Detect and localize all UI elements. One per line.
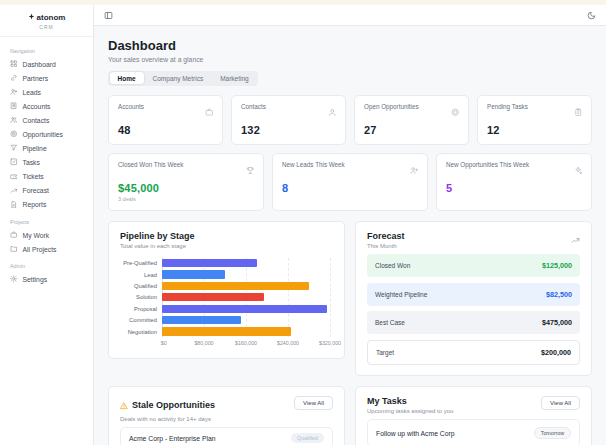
forecast-row-target: Target$200,000 <box>367 340 580 365</box>
stat-card-new-opportunities-week: New Opportunities This Week 5 <box>436 153 592 211</box>
gear-icon <box>10 275 18 284</box>
pipeline-bar-chart: Pre-Qualified Lead Qualified Solution Pr… <box>120 258 333 349</box>
sidebar-item-partners[interactable]: Partners <box>0 71 93 85</box>
sidebar-item-my-work[interactable]: My Work <box>0 228 93 242</box>
stat-value: 27 <box>364 124 459 136</box>
sidebar-item-contacts[interactable]: Contacts <box>0 113 93 127</box>
chart-x-axis: $0 $80,000 $160,000 $240,000 $320,000 <box>162 339 330 348</box>
tasks-title: My Tasks <box>367 396 453 406</box>
my-tasks-panel: My Tasks Upcoming tasks assigned to you … <box>355 386 592 445</box>
tab-home[interactable]: Home <box>110 72 144 84</box>
stat-subtext: 3 deals <box>118 196 254 202</box>
stat-card-closed-won-week: Closed Won This Week $45,000 3 deals <box>108 153 264 211</box>
page-title: Dashboard <box>108 38 592 53</box>
bar-pre-qualified[interactable] <box>162 259 257 267</box>
funnel-icon <box>10 144 18 153</box>
page-subtitle: Your sales overview at a glance <box>108 56 592 63</box>
stat-value: 132 <box>241 124 336 136</box>
sidebar-item-dashboard[interactable]: Dashboard <box>0 57 93 71</box>
check-square-icon <box>10 158 18 167</box>
sidebar-item-settings[interactable]: Settings <box>0 272 93 286</box>
partners-link-icon <box>10 74 18 83</box>
stat-card-open-opportunities: Open Opportunities 27 <box>354 95 469 145</box>
sidebar-item-tasks[interactable]: Tasks <box>0 156 93 170</box>
user-plus-icon <box>10 88 18 97</box>
dashboard-grid-icon <box>10 60 18 69</box>
user-icon <box>328 103 337 121</box>
building-icon <box>10 102 18 111</box>
ticket-icon <box>10 173 18 182</box>
trending-up-icon <box>10 187 18 196</box>
stale-opportunities-panel: Stale Opportunities Deals with no activi… <box>108 386 345 445</box>
theme-toggle-button[interactable] <box>587 6 596 24</box>
sidebar: atonom CRM Navigation Dashboard Partners… <box>0 5 94 445</box>
brand-spark-icon <box>28 13 35 22</box>
tasks-view-all-button[interactable]: View All <box>541 396 580 410</box>
stale-subtitle: Deals with no activity for 14+ days <box>120 416 215 422</box>
tasks-subtitle: Upcoming tasks assigned to you <box>367 408 453 414</box>
chart-title: Pipeline by Stage <box>120 231 333 241</box>
forecast-title: Forecast <box>367 231 405 241</box>
target-icon <box>10 130 18 139</box>
bar-qualified[interactable] <box>162 282 309 290</box>
briefcase-icon <box>205 103 214 121</box>
target-icon <box>451 103 460 121</box>
bar-solution[interactable] <box>162 293 264 301</box>
task-item[interactable]: Follow up with Acme CorpTomorrow <box>367 419 580 445</box>
forecast-row-weighted-pipeline: Weighted Pipeline$82,500 <box>367 283 580 306</box>
stale-item[interactable]: Acme Corp - Enterprise PlanAcme Corporat… <box>120 427 333 445</box>
dashboard-tabs: Home Company Metrics Marketing <box>108 71 258 86</box>
chart-subtitle: Total value in each stage <box>120 243 333 249</box>
app-window: atonom CRM Navigation Dashboard Partners… <box>0 0 606 445</box>
sparkles-icon <box>574 161 583 179</box>
stale-title: Stale Opportunities <box>132 400 215 410</box>
warning-triangle-icon <box>120 396 128 414</box>
sidebar-item-accounts[interactable]: Accounts <box>0 99 93 113</box>
stat-card-pending-tasks: Pending Tasks 12 <box>477 95 592 145</box>
stat-value: 12 <box>487 124 582 136</box>
stat-value: 48 <box>118 124 213 136</box>
user-plus-icon <box>410 161 419 179</box>
bar-lead[interactable] <box>162 270 225 278</box>
bar-committed[interactable] <box>162 316 241 324</box>
sidebar-section-navigation: Navigation <box>0 48 93 54</box>
stat-value: 5 <box>446 182 582 194</box>
users-icon <box>10 116 18 125</box>
folder-icon <box>10 245 18 254</box>
file-text-icon <box>10 201 18 210</box>
stat-value: 8 <box>282 182 418 194</box>
brand-logo: atonom CRM <box>0 5 93 37</box>
trending-up-icon <box>571 231 580 249</box>
sidebar-item-leads[interactable]: Leads <box>0 85 93 99</box>
forecast-row-closed-won: Closed Won$125,000 <box>367 254 580 277</box>
stat-card-contacts: Contacts 132 <box>231 95 346 145</box>
sidebar-item-tickets[interactable]: Tickets <box>0 170 93 184</box>
sidebar-item-pipeline[interactable]: Pipeline <box>0 142 93 156</box>
tab-company-metrics[interactable]: Company Metrics <box>145 72 212 84</box>
brand-name: atonom <box>37 13 66 22</box>
sidebar-item-reports[interactable]: Reports <box>0 198 93 212</box>
trophy-icon <box>246 161 255 179</box>
pipeline-by-stage-panel: Pipeline by Stage Total value in each st… <box>108 221 345 360</box>
forecast-panel: Forecast This Month Closed Won$125,000 W… <box>355 221 592 376</box>
brand-product: CRM <box>4 24 89 30</box>
bar-proposal[interactable] <box>162 305 327 313</box>
stat-value: $45,000 <box>118 182 254 194</box>
sidebar-item-forecast[interactable]: Forecast <box>0 184 93 198</box>
sidebar-toggle-button[interactable] <box>104 6 113 24</box>
stat-card-accounts: Accounts 48 <box>108 95 223 145</box>
stat-card-new-leads-week: New Leads This Week 8 <box>272 153 428 211</box>
forecast-subtitle: This Month <box>367 243 405 249</box>
stale-view-all-button[interactable]: View All <box>294 396 333 410</box>
sidebar-item-all-projects[interactable]: All Projects <box>0 242 93 256</box>
sidebar-section-admin: Admin <box>0 263 93 269</box>
briefcase-icon <box>10 231 18 240</box>
stage-badge: Qualified <box>291 433 324 443</box>
bar-negotiation[interactable] <box>162 327 291 335</box>
sidebar-item-opportunities[interactable]: Opportunities <box>0 127 93 141</box>
top-toolbar <box>94 5 606 26</box>
due-badge: Tomorrow <box>534 427 571 439</box>
tab-marketing[interactable]: Marketing <box>212 72 257 84</box>
clipboard-icon <box>574 103 583 121</box>
sidebar-section-projects: Projects <box>0 219 93 225</box>
